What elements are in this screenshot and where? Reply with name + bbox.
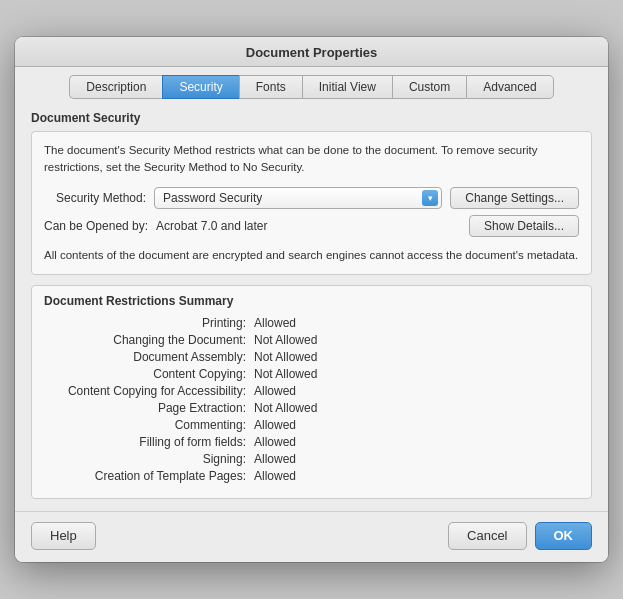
security-info-box: The document's Security Method restricts…	[31, 131, 592, 275]
encrypted-info-text: All contents of the document are encrypt…	[44, 243, 579, 264]
can-be-opened-value: Acrobat 7.0 and later	[156, 219, 461, 233]
change-settings-button[interactable]: Change Settings...	[450, 187, 579, 209]
tab-security[interactable]: Security	[162, 75, 238, 99]
restriction-value-7: Allowed	[254, 435, 296, 449]
cancel-button[interactable]: Cancel	[448, 522, 526, 550]
restrictions-row-0: Printing: Allowed	[44, 316, 579, 330]
main-content: Document Security The document's Securit…	[15, 99, 608, 511]
restriction-label-6: Commenting:	[44, 418, 254, 432]
footer-right: Cancel OK	[448, 522, 592, 550]
tab-bar: Description Security Fonts Initial View …	[15, 67, 608, 99]
document-properties-dialog: Document Properties Description Security…	[15, 37, 608, 562]
restriction-value-5: Not Allowed	[254, 401, 317, 415]
tab-fonts[interactable]: Fonts	[239, 75, 302, 99]
show-details-button[interactable]: Show Details...	[469, 215, 579, 237]
restrictions-row-9: Creation of Template Pages: Allowed	[44, 469, 579, 483]
restrictions-row-8: Signing: Allowed	[44, 452, 579, 466]
ok-button[interactable]: OK	[535, 522, 593, 550]
footer: Help Cancel OK	[15, 511, 608, 562]
restrictions-row-5: Page Extraction: Not Allowed	[44, 401, 579, 415]
restriction-value-2: Not Allowed	[254, 350, 317, 364]
restrictions-row-1: Changing the Document: Not Allowed	[44, 333, 579, 347]
restrictions-row-7: Filling of form fields: Allowed	[44, 435, 579, 449]
tab-description[interactable]: Description	[69, 75, 162, 99]
tab-advanced[interactable]: Advanced	[466, 75, 553, 99]
security-info-text: The document's Security Method restricts…	[44, 142, 579, 177]
can-be-opened-row: Can be Opened by: Acrobat 7.0 and later …	[44, 215, 579, 237]
restrictions-title: Document Restrictions Summary	[44, 294, 579, 308]
restriction-label-8: Signing:	[44, 452, 254, 466]
restriction-value-8: Allowed	[254, 452, 296, 466]
document-security-title: Document Security	[31, 111, 592, 125]
tab-initial-view[interactable]: Initial View	[302, 75, 392, 99]
dialog-title: Document Properties	[246, 45, 377, 60]
restriction-value-4: Allowed	[254, 384, 296, 398]
restrictions-row-3: Content Copying: Not Allowed	[44, 367, 579, 381]
restrictions-row-6: Commenting: Allowed	[44, 418, 579, 432]
tab-custom[interactable]: Custom	[392, 75, 466, 99]
restriction-label-5: Page Extraction:	[44, 401, 254, 415]
can-be-opened-label: Can be Opened by:	[44, 219, 156, 233]
restriction-value-9: Allowed	[254, 469, 296, 483]
title-bar: Document Properties	[15, 37, 608, 67]
restriction-label-0: Printing:	[44, 316, 254, 330]
help-button[interactable]: Help	[31, 522, 96, 550]
restrictions-row-4: Content Copying for Accessibility: Allow…	[44, 384, 579, 398]
restriction-label-1: Changing the Document:	[44, 333, 254, 347]
restriction-label-3: Content Copying:	[44, 367, 254, 381]
restriction-label-7: Filling of form fields:	[44, 435, 254, 449]
security-method-label: Security Method:	[44, 191, 154, 205]
restrictions-box: Document Restrictions Summary Printing: …	[31, 285, 592, 499]
security-method-select[interactable]: Password Security	[154, 187, 442, 209]
restriction-label-4: Content Copying for Accessibility:	[44, 384, 254, 398]
restriction-label-9: Creation of Template Pages:	[44, 469, 254, 483]
security-method-select-wrapper: Password Security ▾	[154, 187, 442, 209]
restriction-label-2: Document Assembly:	[44, 350, 254, 364]
security-method-row: Security Method: Password Security ▾ Cha…	[44, 187, 579, 209]
restriction-value-0: Allowed	[254, 316, 296, 330]
restriction-value-1: Not Allowed	[254, 333, 317, 347]
restriction-value-3: Not Allowed	[254, 367, 317, 381]
restrictions-row-2: Document Assembly: Not Allowed	[44, 350, 579, 364]
restriction-value-6: Allowed	[254, 418, 296, 432]
